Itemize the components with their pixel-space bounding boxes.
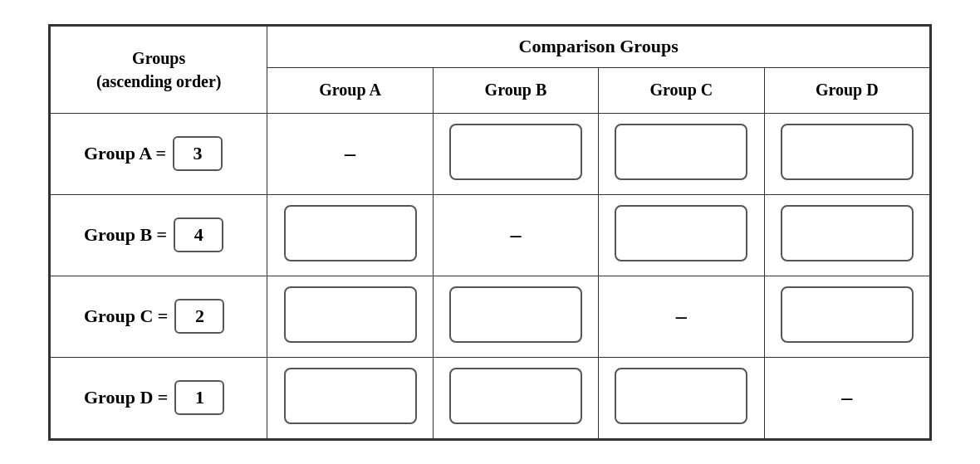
group-a-input[interactable] [173,136,223,171]
cell-b-d [764,194,929,276]
table-row: Group C = – [51,276,930,357]
input-box-a-b[interactable] [449,124,582,180]
cell-d-a [267,357,433,438]
groups-label-line1: Groups (ascending order) [96,46,222,93]
col-header-group-b: Group B [433,67,598,113]
input-box-d-a[interactable] [284,368,417,424]
cell-c-a [267,276,433,357]
cell-c-c-dash: – [599,276,764,357]
row-label-b: Group B = [51,194,267,276]
input-box-a-d[interactable] [781,124,914,180]
comparison-groups-header: Comparison Groups [267,26,930,67]
cell-a-d [764,113,929,194]
comparison-table: Groups (ascending order) Comparison Grou… [48,24,932,441]
row-label-d-text: Group D = [84,387,168,408]
table-row: Group D = – [51,357,930,438]
table-row: Group A = – [51,113,930,194]
cell-a-c [599,113,764,194]
input-box-b-c[interactable] [615,205,747,261]
row-label-d: Group D = [51,357,267,438]
row-label-a-text: Group A = [84,143,166,164]
table-row: Group B = – [51,194,930,276]
cell-d-d-dash: – [764,357,929,438]
cell-b-b-dash: – [433,194,598,276]
cell-b-c [599,194,764,276]
cell-d-b [433,357,598,438]
input-box-d-b[interactable] [449,368,582,424]
input-box-c-a[interactable] [284,286,417,343]
group-c-input[interactable] [174,299,224,334]
input-box-c-b[interactable] [449,286,582,343]
cell-d-c [599,357,764,438]
input-box-b-a[interactable] [284,205,417,261]
input-box-c-d[interactable] [781,286,914,343]
col-header-group-d: Group D [764,67,929,113]
cell-b-a [267,194,433,276]
row-label-c: Group C = [51,276,267,357]
col-header-group-c: Group C [599,67,764,113]
input-box-d-c[interactable] [615,368,747,424]
input-box-b-d[interactable] [781,205,914,261]
cell-a-b [433,113,598,194]
cell-a-a-dash: – [267,113,433,194]
cell-c-b [433,276,598,357]
row-label-c-text: Group C = [84,305,168,327]
row-label-b-text: Group B = [84,224,167,246]
input-box-a-c[interactable] [615,124,747,180]
group-b-input[interactable] [174,217,223,252]
col-header-group-a: Group A [267,67,433,113]
cell-c-d [764,276,929,357]
group-d-input[interactable] [174,380,224,415]
row-label-a: Group A = [51,113,267,194]
groups-header: Groups (ascending order) [51,26,267,113]
